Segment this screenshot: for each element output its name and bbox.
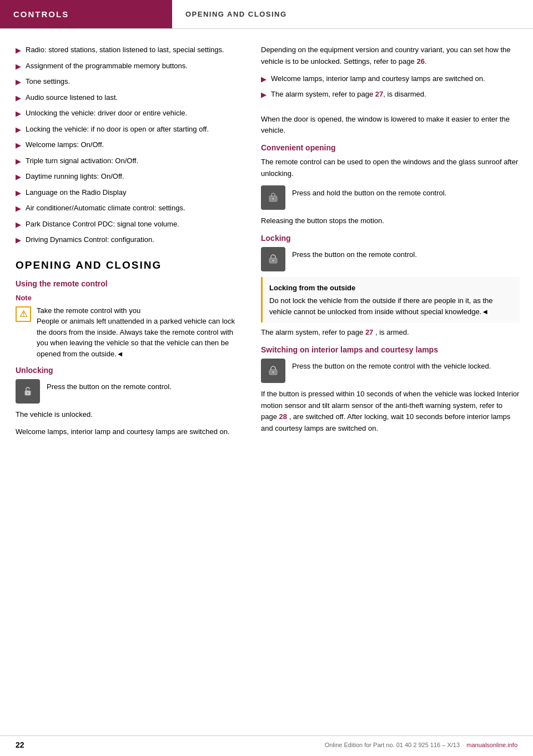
open-remote-icon [261, 185, 285, 210]
list-item: ▶ Air conditioner/Automatic climate cont… [16, 203, 239, 214]
list-item: ▶ Daytime running lights: On/Off. [16, 171, 239, 183]
features-list: ▶ Radio: stored stations, station listen… [16, 44, 239, 246]
bullet-arrow-icon: ▶ [261, 74, 266, 85]
unlocking-subtitle: Unlocking [16, 366, 239, 375]
convenient-opening-btn-box: Press and hold the button on the remote … [261, 185, 520, 210]
note-label: Note [16, 294, 239, 302]
warning-icon: ⚠ [16, 306, 31, 322]
left-column: ▶ Radio: stored stations, station listen… [0, 44, 250, 443]
locking-title: Locking [261, 234, 520, 243]
opening-closing-title: OPENING AND CLOSING [16, 259, 239, 271]
right-bullet-list: ▶ Welcome lamps, interior lamp and court… [261, 73, 520, 100]
page-link-28: 28 [279, 412, 287, 421]
bullet-arrow-icon: ▶ [16, 203, 21, 214]
list-item: ▶ Locking the vehicle: if no door is ope… [16, 124, 239, 135]
intro-paragraph: Depending on the equipment version and c… [261, 44, 520, 68]
page-header: CONTROLS OPENING AND CLOSING [0, 0, 533, 29]
bullet-arrow-icon: ▶ [16, 93, 21, 104]
bullet-arrow-icon: ▶ [16, 156, 21, 167]
bullet-arrow-icon: ▶ [16, 45, 21, 56]
list-item: ▶ Tone settings. [16, 76, 239, 88]
switching-btn-text: Press the button on the remote control w… [292, 359, 491, 372]
footer-text: Online Edition for Part no. 01 40 2 925 … [325, 742, 517, 748]
svg-point-5 [273, 260, 274, 261]
locking-warning-block: Locking from the outside Do not lock the… [261, 277, 520, 323]
unlocking-btn-box: Press the button on the remote con­trol. [16, 379, 239, 404]
convenient-opening-section: Convenient opening The remote control ca… [261, 143, 520, 226]
door-opened-text: When the door is opened, the window is l… [261, 114, 520, 137]
switching-body-text: If the button is pressed within 10 secon… [261, 389, 520, 435]
switching-btn-box: Press the button on the remote control w… [261, 359, 520, 383]
header-section-label: OPENING AND CLOSING [172, 0, 300, 28]
bullet-arrow-icon: ▶ [16, 108, 21, 119]
page-link-27a: 27 [375, 90, 383, 98]
locking-btn-text: Press the button on the remote control. [292, 247, 417, 260]
bullet-arrow-icon: ▶ [261, 89, 266, 100]
locking-warning-title: Locking from the outside [269, 283, 513, 294]
using-remote-subtitle: Using the remote control [16, 279, 239, 288]
bullet-arrow-icon: ▶ [16, 235, 21, 246]
right-column: Depending on the equipment version and c… [250, 44, 533, 443]
svg-point-1 [27, 392, 29, 394]
switching-section: Switching on interior lamps and courtesy… [261, 345, 520, 435]
svg-point-3 [273, 198, 274, 199]
controls-title: CONTROLS [13, 9, 69, 19]
bullet-arrow-icon: ▶ [16, 172, 21, 183]
switching-title: Switching on interior lamps and courtesy… [261, 345, 520, 354]
convenient-opening-btn-text: Press and hold the button on the remote … [292, 185, 446, 199]
section-title-header: OPENING AND CLOSING [185, 10, 287, 18]
convenient-opening-intro: The remote control can be used to open t… [261, 157, 520, 180]
bullet-arrow-icon: ▶ [16, 188, 21, 199]
list-item: ▶ Park Distance Control PDC: signal tone… [16, 219, 239, 230]
locking-section: Locking Press the button on the remote c… [261, 234, 520, 339]
list-item: ▶ The alarm system, refer to page 27, is… [261, 89, 520, 100]
unlock-remote-icon [16, 379, 40, 404]
list-item: ▶ Assignment of the programmable memory … [16, 61, 239, 72]
svg-point-7 [273, 371, 274, 373]
header-controls-label: CONTROLS [0, 0, 172, 28]
list-item: ▶ Audio source listened to last. [16, 92, 239, 104]
page-link-27b: 27 [365, 328, 373, 336]
switching-remote-icon [261, 359, 285, 383]
page-link-26: 26 [416, 57, 424, 65]
convenient-opening-title: Convenient opening [261, 143, 520, 152]
list-item: ▶ Welcome lamps: On/Off. [16, 139, 239, 151]
unlocking-btn-text: Press the button on the remote con­trol. [47, 379, 172, 392]
lock-remote-icon [261, 247, 285, 271]
list-item: ▶ Language on the Radio Display [16, 187, 239, 199]
opening-closing-section: OPENING AND CLOSING Using the remote con… [16, 259, 239, 438]
bullet-arrow-icon: ▶ [16, 140, 21, 151]
bullet-arrow-icon: ▶ [16, 219, 21, 230]
list-item: ▶ Driving Dynamics Control: configuratio… [16, 234, 239, 246]
page-number: 22 [16, 740, 24, 749]
list-item: ▶ Triple turn signal activation: On/Off. [16, 155, 239, 167]
release-text: Releasing the button stops the motion. [261, 215, 520, 227]
list-item: ▶ Unlocking the vehicle: driver door or … [16, 108, 239, 119]
main-content: ▶ Radio: stored stations, station listen… [0, 29, 533, 443]
bullet-arrow-icon: ▶ [16, 124, 21, 135]
bullet-arrow-icon: ▶ [16, 61, 21, 72]
alarm-armed-text: The alarm system, refer to page 27 , is … [261, 327, 520, 339]
note-box: ⚠ Take the remote control with you Peopl… [16, 305, 239, 360]
locking-btn-box: Press the button on the remote control. [261, 247, 520, 271]
list-item: ▶ Radio: stored stations, station listen… [16, 44, 239, 56]
list-item: ▶ Welcome lamps, interior lamp and court… [261, 73, 520, 85]
welcome-lamps-text: Welcome lamps, interior lamp and courtes… [16, 426, 239, 438]
page-footer: 22 Online Edition for Part no. 01 40 2 9… [0, 735, 533, 749]
vehicle-unlocked-text: The vehicle is unlocked. [16, 409, 239, 421]
note-text: Take the remote control with you People … [37, 305, 239, 360]
bullet-arrow-icon: ▶ [16, 77, 21, 88]
